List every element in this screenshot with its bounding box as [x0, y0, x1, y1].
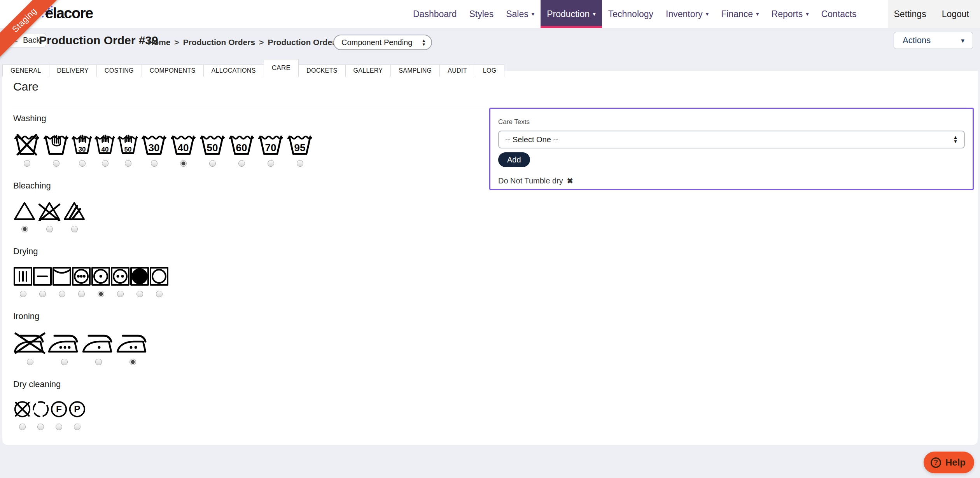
- iron-low-radio[interactable]: [95, 359, 102, 365]
- tab-sampling[interactable]: SAMPLING: [391, 65, 440, 77]
- help-label: Help: [945, 457, 966, 468]
- care-section-ironing: Ironing: [13, 311, 315, 365]
- add-care-text-button[interactable]: Add: [498, 152, 530, 167]
- tab-costing[interactable]: COSTING: [97, 65, 142, 77]
- iron-high-radio[interactable]: [61, 359, 68, 365]
- tab-general[interactable]: GENERAL: [2, 65, 49, 77]
- svg-text:70: 70: [265, 142, 276, 154]
- tab-audit[interactable]: AUDIT: [440, 65, 475, 77]
- hand-wash-40-radio[interactable]: [102, 160, 108, 167]
- section-label: Dry cleaning: [13, 379, 315, 389]
- hand-wash-radio[interactable]: [53, 160, 60, 167]
- tumble-dry-radio[interactable]: [156, 291, 163, 297]
- radio-cell: [72, 160, 93, 167]
- chevron-down-icon: ▾: [593, 10, 596, 17]
- nav-item-inventory[interactable]: Inventory▾: [660, 0, 715, 28]
- do-not-wash-radio[interactable]: [24, 160, 30, 167]
- nav-item-production[interactable]: Production▾: [541, 0, 602, 28]
- radio-cell: [228, 160, 255, 167]
- nav-item-label: Technology: [608, 9, 653, 19]
- iron-medium-radio[interactable]: [130, 359, 136, 365]
- hand-wash-30-radio[interactable]: [79, 160, 86, 167]
- main-nav: DashboardStylesSales▾Production▾Technolo…: [407, 0, 863, 28]
- breadcrumb-item[interactable]: Production Order #: [268, 38, 342, 47]
- do-not-iron-radio[interactable]: [27, 359, 33, 365]
- hand-wash-50-radio[interactable]: [125, 160, 131, 167]
- drip-dry-radio[interactable]: [20, 291, 26, 297]
- do-not-tumble-dry-radio[interactable]: [136, 291, 143, 297]
- line-dry-radio[interactable]: [59, 291, 65, 297]
- bleach-allowed-icon: [13, 201, 36, 221]
- chevron-down-icon: ▾: [532, 10, 535, 17]
- tumble-dry-low-radio[interactable]: [98, 291, 104, 297]
- radio-cell: [82, 359, 115, 365]
- tab-care[interactable]: CARE: [264, 59, 299, 77]
- radio-cell: [199, 160, 226, 167]
- dry-clean-f-radio[interactable]: [56, 424, 62, 430]
- nav-right-zone: Settings Logout: [888, 0, 980, 28]
- radio-cell: [149, 291, 169, 297]
- nav-settings[interactable]: Settings: [894, 9, 926, 19]
- tab-delivery[interactable]: DELIVERY: [49, 65, 97, 77]
- wash-50-radio[interactable]: [209, 160, 216, 167]
- breadcrumb-item[interactable]: Production Orders: [183, 38, 256, 47]
- dry-flat-radio[interactable]: [39, 291, 46, 297]
- nav-item-sales[interactable]: Sales▾: [500, 0, 541, 28]
- actions-button[interactable]: Actions ▼: [894, 32, 973, 49]
- help-button[interactable]: ? Help: [924, 452, 974, 473]
- radio-cell: [50, 424, 68, 430]
- hand-wash-30-icon: 30: [72, 134, 93, 155]
- svg-text:30: 30: [79, 146, 86, 153]
- nav-item-styles[interactable]: Styles: [463, 0, 500, 28]
- wash-40-radio[interactable]: [180, 160, 187, 167]
- tab-components[interactable]: COMPONENTS: [142, 65, 204, 77]
- dry-clean-p-radio[interactable]: [74, 424, 80, 430]
- dry-flat-icon: [33, 267, 52, 286]
- tumble-dry-high-icon: [72, 267, 91, 286]
- svg-text:50: 50: [207, 142, 218, 154]
- chevron-down-icon: ▾: [706, 10, 709, 17]
- care-symbol-sections: Washing304050304050607095BleachingDrying…: [13, 113, 315, 444]
- tumble-dry-high-radio[interactable]: [78, 291, 85, 297]
- wash-95-radio[interactable]: [297, 160, 303, 167]
- nav-item-contacts[interactable]: Contacts: [815, 0, 863, 28]
- tab-gallery[interactable]: GALLERY: [346, 65, 391, 77]
- care-text-select[interactable]: -- Select One -- ▲▼: [498, 131, 965, 148]
- radio-cell: [33, 291, 52, 297]
- bleach-allowed-radio[interactable]: [21, 226, 28, 232]
- tab-log[interactable]: LOG: [475, 65, 505, 77]
- wash-30-radio[interactable]: [151, 160, 158, 167]
- do-not-bleach-radio[interactable]: [46, 226, 53, 232]
- chevron-down-icon: ▾: [756, 10, 759, 17]
- status-select[interactable]: Component Pending ▲▼: [333, 35, 432, 50]
- wash-95-icon: 95: [286, 134, 313, 155]
- dry-clean-radio[interactable]: [37, 424, 44, 430]
- radio-cell: [91, 291, 110, 297]
- care-section-drying: Drying: [13, 246, 315, 297]
- wash-50-icon: 50: [199, 134, 226, 155]
- nav-item-reports[interactable]: Reports▾: [765, 0, 815, 28]
- tumble-dry-medium-icon: [110, 267, 130, 286]
- nav-item-dashboard[interactable]: Dashboard: [407, 0, 463, 28]
- breadcrumb-separator: >: [174, 38, 179, 47]
- nav-logout[interactable]: Logout: [942, 9, 969, 19]
- brand-logo[interactable]: elacore: [45, 5, 93, 22]
- nav-item-technology[interactable]: Technology: [602, 0, 660, 28]
- tab-allocations[interactable]: ALLOCATIONS: [204, 65, 264, 77]
- wash-30-icon: 30: [140, 134, 168, 155]
- do-not-wash-icon: [13, 134, 40, 155]
- do-not-dry-clean-radio[interactable]: [19, 424, 26, 430]
- nav-item-finance[interactable]: Finance▾: [715, 0, 765, 28]
- nav-item-label: Contacts: [821, 9, 857, 19]
- breadcrumb-item[interactable]: Home: [148, 38, 170, 47]
- select-arrows-icon: ▲▼: [953, 135, 958, 144]
- wash-60-radio[interactable]: [238, 160, 245, 167]
- tumble-dry-medium-radio[interactable]: [117, 291, 124, 297]
- non-chlorine-bleach-radio[interactable]: [71, 226, 78, 232]
- radio-cell: [52, 291, 72, 297]
- tab-dockets[interactable]: DOCKETS: [299, 65, 345, 77]
- iron-high-icon: [47, 331, 81, 354]
- care-texts-panel: Care Texts -- Select One -- ▲▼ Add Do No…: [489, 108, 974, 190]
- remove-care-text-button[interactable]: ✖: [567, 176, 573, 185]
- wash-70-radio[interactable]: [268, 160, 274, 167]
